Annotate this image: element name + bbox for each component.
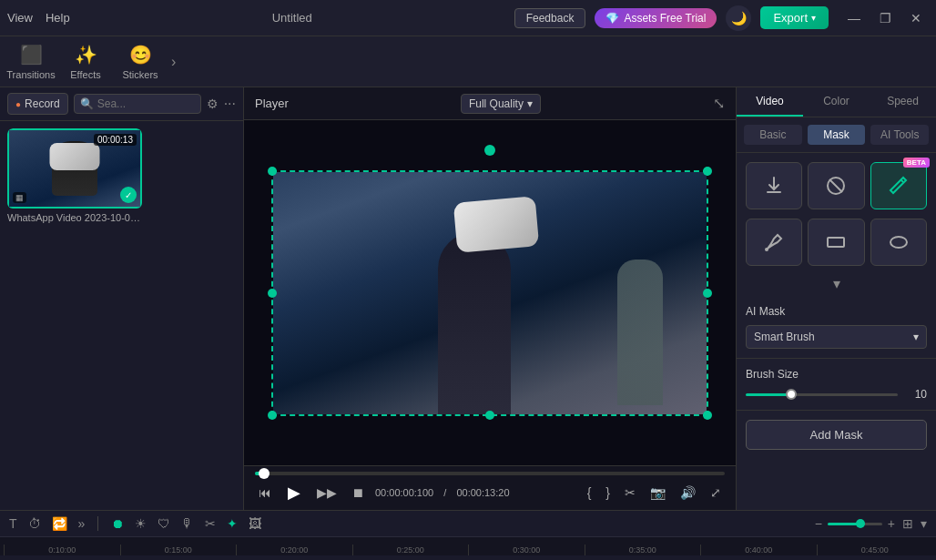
timeline-loop-btn[interactable]: 🔁 <box>50 514 69 533</box>
export-button[interactable]: Export <box>760 6 829 29</box>
effects-label: Effects <box>70 69 100 80</box>
mask-circle-slash-btn[interactable] <box>808 162 864 209</box>
menu-help[interactable]: Help <box>46 11 70 25</box>
timeline-more-btn[interactable]: » <box>76 514 87 533</box>
next-frame-button[interactable]: ▶▶ <box>313 484 341 502</box>
ruler-mark: 0:40:00 <box>700 545 817 555</box>
ai-mask-select[interactable]: Smart Brush ▾ <box>746 325 927 349</box>
mask-pen-btn[interactable]: BETA <box>870 162 927 209</box>
mask-rect-btn[interactable] <box>808 219 864 266</box>
mask-ellipse-btn[interactable] <box>870 219 927 266</box>
mask-brush-btn[interactable] <box>746 219 802 266</box>
mask-tab-ai-tools[interactable]: AI Tools <box>870 125 929 145</box>
handle-top-mid[interactable] <box>484 145 495 156</box>
video-frame[interactable] <box>271 170 708 416</box>
audio-button[interactable]: 🔊 <box>677 484 699 502</box>
play-button[interactable]: ▶ <box>282 481 306 504</box>
media-toolbar: Record 🔍 ⚙ ··· <box>0 87 243 121</box>
app-title: Untitled <box>272 11 312 25</box>
brush-slider[interactable] <box>746 393 898 396</box>
right-tabs: Video Color Speed <box>737 87 936 117</box>
trim-button[interactable]: ✂ <box>621 484 639 502</box>
media-grid: 00:00:13 ✓ ▦ WhatsApp Video 2023-10-05..… <box>0 121 243 510</box>
split-start-button[interactable]: { <box>584 484 595 502</box>
feedback-button[interactable]: Feedback <box>514 8 586 28</box>
stop-button[interactable]: ⏹ <box>348 484 368 502</box>
zoom-out-btn[interactable]: − <box>813 514 824 533</box>
handle-top-right[interactable] <box>703 167 712 176</box>
maximize-button[interactable]: ❐ <box>872 5 898 31</box>
brush-size-label: Brush Size <box>746 368 927 381</box>
timeline-strip: T ⏱ 🔁 » ⏺ ☀ 🛡 🎙 ✂ ✦ 🖼 − + ⊞ ▾ 0:10:000:1… <box>0 510 936 560</box>
assets-button[interactable]: Assets Free Trial <box>595 8 717 28</box>
prev-frame-button[interactable]: ⏮ <box>255 484 275 502</box>
timeline-fx-btn[interactable]: ✦ <box>225 514 239 533</box>
minimize-button[interactable]: — <box>841 5 867 31</box>
record-button[interactable]: Record <box>7 93 68 115</box>
tab-speed[interactable]: Speed <box>870 87 936 117</box>
ruler-mark: 0:25:00 <box>352 545 469 555</box>
brush-thumb[interactable] <box>786 389 797 400</box>
quality-select[interactable]: Full Quality ▾ <box>461 94 541 114</box>
ruler-mark: 0:35:00 <box>585 545 701 555</box>
tool-effects[interactable]: ✨ Effects <box>58 38 113 86</box>
video-container <box>244 120 736 465</box>
timeline-mic-btn[interactable]: 🎙 <box>179 514 196 533</box>
tab-video[interactable]: Video <box>737 87 803 117</box>
handle-right-mid[interactable] <box>703 289 712 298</box>
mask-download-btn[interactable] <box>746 162 802 209</box>
mask-more-button[interactable]: ▾ <box>833 275 840 292</box>
controls-left: ⏮ ▶ ▶▶ ⏹ 00:00:00:100 / 00:00:13:20 <box>255 481 510 504</box>
player-label: Player <box>255 97 289 110</box>
player-expand-icon[interactable]: ⤡ <box>713 95 725 112</box>
timeline-more2-btn[interactable]: ▾ <box>919 514 929 533</box>
timeline-brightness-btn[interactable]: ☀ <box>133 514 148 533</box>
menu-view[interactable]: View <box>7 11 33 25</box>
theme-button[interactable]: 🌙 <box>726 5 751 31</box>
filter-button[interactable]: ⚙ <box>207 97 219 111</box>
timeline-shield-btn[interactable]: 🛡 <box>156 514 172 533</box>
media-type-badge: ▦ <box>13 192 26 203</box>
handle-bottom-left[interactable] <box>268 411 277 420</box>
timeline-time-btn[interactable]: ⏱ <box>26 514 43 533</box>
close-button[interactable]: ✕ <box>903 5 929 31</box>
tool-stickers[interactable]: 😊 Stickers <box>113 38 168 86</box>
stickers-label: Stickers <box>122 69 158 80</box>
mask-tab-mask[interactable]: Mask <box>808 125 866 145</box>
main-area: Record 🔍 ⚙ ··· 00:00:13 ✓ <box>0 87 936 510</box>
handle-bottom-right[interactable] <box>703 411 712 420</box>
search-input[interactable] <box>97 97 195 110</box>
timeline-grid-btn[interactable]: ⊞ <box>900 514 915 533</box>
timeline-img-btn[interactable]: 🖼 <box>247 514 263 533</box>
ai-mask-label: AI Mask <box>746 305 927 318</box>
ruler-marks: 0:10:000:15:000:20:000:25:000:30:000:35:… <box>4 545 932 555</box>
handle-bottom-mid[interactable] <box>485 411 494 420</box>
handle-left-mid[interactable] <box>268 289 277 298</box>
media-item[interactable]: 00:00:13 ✓ ▦ WhatsApp Video 2023-10-05..… <box>7 128 142 223</box>
timeline-text-btn[interactable]: T <box>7 514 19 533</box>
media-thumbnail: 00:00:13 ✓ ▦ <box>7 128 142 209</box>
zoom-slider[interactable] <box>828 523 882 525</box>
progress-thumb[interactable] <box>259 468 270 479</box>
zoom-in-btn[interactable]: + <box>886 514 897 533</box>
handle-top-left[interactable] <box>268 167 277 176</box>
controls-right: { } ✂ 📷 🔊 ⤢ <box>584 484 725 502</box>
timeline-cut-btn[interactable]: ✂ <box>203 514 218 533</box>
mask-tab-basic[interactable]: Basic <box>744 125 802 145</box>
resize-handles <box>268 167 712 420</box>
zoom-thumb[interactable] <box>856 519 865 528</box>
tool-expand-icon[interactable]: › <box>168 54 179 70</box>
menu-left: View Help <box>7 11 70 25</box>
media-duration: 00:00:13 <box>94 134 137 146</box>
more-button[interactable]: ··· <box>224 96 236 112</box>
snapshot-button[interactable]: 📷 <box>646 484 669 502</box>
progress-bar[interactable] <box>255 472 725 475</box>
timeline-active-btn[interactable]: ⏺ <box>109 514 126 533</box>
mask-icons-grid: BETA <box>737 153 936 219</box>
split-end-button[interactable]: } <box>602 484 614 502</box>
tool-transitions[interactable]: ⬛ Transitions <box>4 38 58 86</box>
add-mask-button[interactable]: Add Mask <box>746 420 927 450</box>
tab-color[interactable]: Color <box>803 87 870 117</box>
fullscreen-button[interactable]: ⤢ <box>707 484 725 502</box>
mask-tabs: Basic Mask AI Tools <box>737 117 936 153</box>
